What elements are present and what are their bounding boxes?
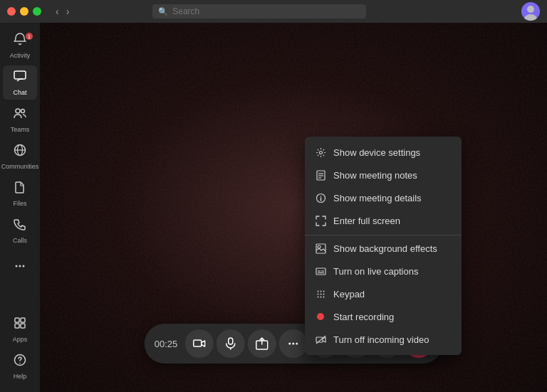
more-button[interactable] [278,329,307,358]
sidebar: Activity 1 Chat Teams [0,23,40,392]
keypad-icon [315,288,326,300]
svg-rect-15 [21,324,25,328]
svg-point-11 [23,265,25,267]
maximize-button[interactable] [33,7,41,16]
search-input[interactable] [172,6,360,16]
svg-point-48 [292,343,294,345]
svg-rect-44 [228,338,232,344]
files-icon [13,180,27,198]
menu-label-turn-on-live-captions: Turn on live captions [333,266,418,277]
communities-icon [13,143,27,161]
search-bar[interactable]: 🔍 [152,4,366,18]
menu-label-keypad: Keypad [333,289,365,300]
menu-item-show-meeting-notes[interactable]: Show meeting notes [305,164,462,186]
menu-item-keypad[interactable]: Keypad [305,282,462,305]
svg-rect-14 [15,324,19,328]
sidebar-label-teams: Teams [11,126,30,133]
svg-point-33 [320,290,321,292]
sidebar-label-activity: Activity [10,52,31,59]
sidebar-label-chat: Chat [13,89,26,96]
context-menu: Show device settings Show meeting notes [305,137,462,355]
search-icon: 🔍 [158,7,168,16]
svg-point-49 [296,343,298,345]
sidebar-item-help[interactable]: Help [3,349,37,383]
note-icon [315,169,326,181]
content-area: Show device settings Show meeting notes [40,23,547,392]
gear-icon [315,147,326,158]
svg-rect-28 [316,268,325,275]
menu-label-show-meeting-notes: Show meeting notes [333,170,417,181]
video-off-icon [315,334,326,345]
sidebar-item-calls[interactable]: Calls [3,213,37,248]
fullscreen-icon [315,215,326,226]
forward-button[interactable]: › [63,4,73,18]
svg-rect-13 [21,318,25,322]
sidebar-item-activity[interactable]: Activity 1 [3,28,37,63]
main-layout: Activity 1 Chat Teams [0,23,547,392]
svg-point-37 [323,293,324,295]
svg-point-10 [19,265,21,267]
sidebar-label-help: Help [14,373,27,380]
menu-label-show-background-effects: Show background effects [333,243,437,254]
sidebar-bottom: Apps Help [3,312,37,392]
title-bar: ‹ › 🔍 [0,0,547,23]
sidebar-label-files: Files [13,200,26,207]
sidebar-item-apps[interactable]: Apps [3,312,37,346]
sidebar-item-teams[interactable]: Teams [3,102,37,137]
sidebar-label-calls: Calls [13,237,27,244]
svg-point-9 [16,265,18,267]
back-button[interactable]: ‹ [53,4,62,18]
svg-point-1 [527,6,534,13]
svg-point-47 [288,343,291,345]
share-button[interactable] [247,329,276,358]
menu-label-enter-full-screen: Enter full screen [333,216,400,226]
menu-label-start-recording: Start recording [333,312,394,322]
info-icon [315,192,326,203]
traffic-lights [7,7,41,16]
svg-point-17 [19,363,21,364]
svg-point-36 [320,293,321,295]
more-icon [13,259,27,277]
activity-badge: 1 [26,33,33,40]
mic-button[interactable] [216,329,244,358]
menu-item-show-meeting-details[interactable]: Show meeting details [305,186,462,209]
camera-button[interactable] [184,329,213,358]
svg-point-34 [323,290,324,292]
menu-item-enter-full-screen[interactable]: Enter full screen [305,209,462,232]
menu-item-start-recording[interactable]: Start recording [305,305,462,328]
svg-point-25 [320,196,321,197]
menu-label-turn-off-incoming-video: Turn off incoming video [333,334,429,345]
svg-point-4 [16,109,20,113]
sidebar-item-more[interactable] [3,250,37,285]
teams-icon [13,106,27,124]
svg-rect-43 [193,340,201,346]
minimize-button[interactable] [20,7,28,16]
svg-point-38 [317,296,318,297]
activity-icon [13,32,27,50]
avatar[interactable] [521,2,540,21]
svg-point-39 [320,296,321,297]
nav-buttons: ‹ › [53,4,72,18]
close-button[interactable] [7,7,16,16]
call-timer: 00:25 [155,339,178,349]
background-icon [315,243,326,254]
chat-icon [13,69,27,87]
menu-item-turn-on-live-captions[interactable]: Turn on live captions [305,260,462,282]
sidebar-item-communities[interactable]: Communities [3,139,37,174]
sidebar-item-chat[interactable]: Chat [3,65,37,100]
record-icon [315,311,326,322]
menu-item-show-background-effects[interactable]: Show background effects [305,235,462,260]
svg-point-40 [323,296,324,297]
menu-item-turn-off-incoming-video[interactable]: Turn off incoming video [305,328,462,351]
menu-label-show-device-settings: Show device settings [333,147,420,158]
menu-item-show-device-settings[interactable]: Show device settings [305,141,462,164]
sidebar-label-apps: Apps [13,336,28,343]
svg-point-18 [319,151,322,154]
calls-icon [13,217,27,235]
svg-point-32 [317,290,318,292]
apps-icon [13,316,27,334]
sidebar-label-communities: Communities [1,163,39,170]
sidebar-item-files[interactable]: Files [3,176,37,211]
captions-icon [315,265,326,277]
svg-point-35 [317,293,318,295]
